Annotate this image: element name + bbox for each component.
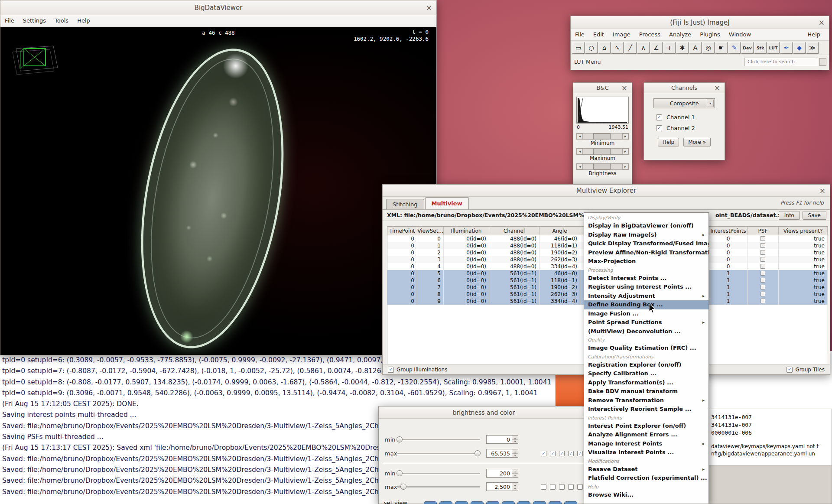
psf-checkbox[interactable] [760,243,765,248]
menu-item[interactable]: Image Fusion ... [584,309,708,319]
spinner-up-icon[interactable]: ▴ [512,483,518,487]
button-help[interactable]: Help [658,138,679,146]
channel-row[interactable]: Channel 1 [644,112,725,123]
scroll-left-arrow-icon[interactable]: ◂ [577,133,583,139]
psf-checkbox[interactable] [760,271,765,276]
menu-settings[interactable]: Settings [19,15,50,26]
channel-row[interactable]: Channel 2 [644,123,725,133]
menu-item[interactable]: Define Bounding Box ... [584,300,708,309]
menu-item[interactable]: Registration Explorer (on/off) [584,361,708,370]
menu-item[interactable]: Image Quality Estimation (FRC) ... [584,344,708,353]
menu-item[interactable]: Remove Transformation▸ [584,396,708,405]
button-save[interactable]: Save [803,211,826,220]
view-checkbox[interactable] [559,451,565,456]
rectangle-tool[interactable]: ▭ [572,42,585,54]
menu-help[interactable]: Help [803,29,825,40]
view-color-button[interactable] [424,501,437,504]
group-illuminations-option[interactable]: Group Illuminations [388,367,447,373]
slider[interactable] [397,449,480,457]
spinner-up-icon[interactable]: ▴ [512,469,518,474]
value-spinner[interactable]: 200▴▾ [486,469,518,478]
group-illuminations-checkbox[interactable] [388,367,394,373]
line-tool[interactable]: ╱ [624,42,637,54]
spinner-down-icon[interactable]: ▾ [512,474,518,478]
menu-item[interactable]: Point Spread Functions▸ [584,318,708,327]
search-options-button[interactable] [819,58,826,66]
menu-item[interactable]: Apply Transformation(s) ... [584,378,708,387]
spinner-down-icon[interactable]: ▾ [512,454,518,458]
pencil-tool[interactable]: ✒ [780,42,793,54]
scroll-right-arrow-icon[interactable]: ▸ [622,149,628,154]
scrollbar-minimum[interactable]: ◂▸ [576,133,629,140]
psf-checkbox[interactable] [760,292,765,296]
psf-checkbox[interactable] [760,264,765,269]
wand-tool[interactable]: ✱ [676,42,689,54]
view-checkbox[interactable] [550,451,556,456]
bc-titlebar[interactable]: B&C × [573,83,632,93]
value-spinner[interactable]: 2,500▴▾ [486,482,518,491]
point-tool[interactable]: + [663,42,676,54]
group-tiles-checkbox[interactable] [786,367,793,373]
menu-window[interactable]: Window [725,29,755,40]
slider[interactable] [397,469,480,477]
spinner-down-icon[interactable]: ▾ [512,487,518,491]
column-header[interactable]: InterestPoints [709,227,748,235]
slider[interactable] [397,436,480,443]
menu-item[interactable]: Interest Point Explorer (on/off) [584,422,708,431]
scrollbar-brightness[interactable]: ◂▸ [576,163,629,170]
view-color-button[interactable] [439,501,452,504]
view-checkbox[interactable] [541,451,546,456]
menu-item[interactable]: Analyze Alignment Errors ... [584,430,708,439]
menu-item[interactable]: Preview Affine/Non-Rigid Transformations… [584,248,708,257]
polygon-tool[interactable]: ⌂ [598,42,611,54]
view-color-button[interactable] [502,501,515,504]
view-checkbox[interactable] [559,484,565,490]
value-spinner[interactable]: 65,535▴▾ [486,449,518,458]
menu-tools[interactable]: Tools [50,15,73,26]
scrollbar-thumb[interactable] [593,133,611,139]
menu-item[interactable]: Display Raw Image(s)▸ [584,231,708,240]
scroll-right-arrow-icon[interactable]: ▸ [622,133,628,139]
column-header[interactable]: Angle [540,227,580,235]
menu-item[interactable]: Max-Projection [584,257,708,266]
menu-help[interactable]: Help [73,15,94,26]
freehand-tool[interactable]: ∿ [611,42,624,54]
search-input[interactable] [744,58,818,66]
column-header[interactable]: Views present? [779,227,828,235]
scrollbar-thumb[interactable] [593,164,611,169]
spinner-up-icon[interactable]: ▴ [512,449,518,454]
chevron-down-icon[interactable]: ▾ [707,100,714,107]
view-checkbox[interactable] [577,451,583,456]
view-color-button[interactable] [486,501,499,504]
column-header[interactable]: TimePoint [387,227,417,235]
close-icon[interactable]: × [819,19,825,26]
close-icon[interactable]: × [714,84,720,91]
menu-image[interactable]: Image [608,29,635,40]
menu-edit[interactable]: Edit [589,29,608,40]
psf-checkbox[interactable] [760,299,765,303]
view-checkbox[interactable] [577,484,583,490]
column-header[interactable]: Illumination [444,227,489,235]
oval-tool[interactable]: ○ [585,42,598,54]
scrollbar-maximum[interactable]: ◂▸ [576,148,629,155]
view-checkbox[interactable] [550,484,556,490]
slider[interactable] [397,483,480,491]
menu-item[interactable]: Specify Calibration ... [584,369,708,378]
menu-item[interactable]: Browse Wiki... [584,491,708,500]
tab-multiview[interactable]: Multiview [425,197,469,209]
menu-item[interactable]: Bake BDV manual transform [584,387,708,396]
menu-item[interactable]: (MultiView) Deconvolution ... [584,327,708,336]
view-color-button[interactable] [455,501,468,504]
tab-stitching[interactable]: Stitching [386,199,424,209]
view-checkbox[interactable] [568,484,574,490]
segmented-line-tool[interactable]: ∧ [637,42,650,54]
menu-item[interactable]: Visualize Interest Points ... [584,448,708,457]
psf-checkbox[interactable] [760,285,765,289]
view-color-button[interactable] [549,501,562,504]
view-color-button[interactable] [471,501,484,504]
zoom-tool[interactable]: ◎ [702,42,715,54]
menu-plugins[interactable]: Plugins [696,29,725,40]
view-color-button[interactable] [564,501,577,504]
column-header[interactable]: Channel [489,227,540,235]
slider-thumb[interactable] [474,450,481,456]
